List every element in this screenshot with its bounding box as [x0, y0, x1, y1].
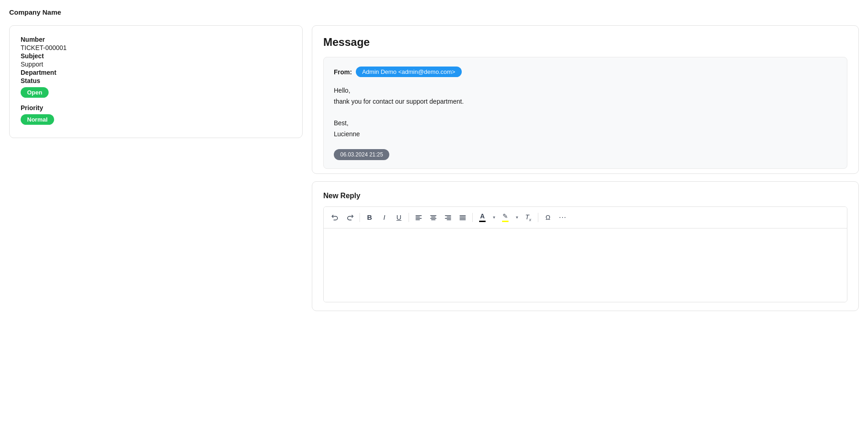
message-body: Hello, thank you for contact our support… — [334, 85, 837, 140]
body-line4: Lucienne — [334, 130, 360, 138]
subject-value: Support — [21, 61, 291, 68]
body-line1: Hello, — [334, 87, 350, 94]
font-color-chevron: ▾ — [493, 215, 495, 220]
message-section: Message From: Admin Demo <admin@demo.com… — [312, 25, 859, 174]
divider-1 — [359, 213, 360, 222]
highlight-chevron: ▾ — [516, 215, 518, 220]
redo-button[interactable] — [343, 211, 357, 224]
subject-label: Subject — [21, 52, 291, 60]
special-chars-button[interactable]: Ω — [541, 211, 555, 224]
underline-button[interactable]: U — [392, 211, 406, 224]
font-color-arrow-button[interactable]: ▾ — [490, 211, 498, 224]
font-color-swatch — [479, 221, 486, 222]
number-label: Number — [21, 36, 291, 43]
from-label: From: — [334, 68, 352, 76]
divider-2 — [409, 213, 409, 222]
bold-button[interactable]: B — [363, 211, 376, 224]
department-label: Department — [21, 69, 291, 76]
font-color-icon: A — [480, 213, 485, 219]
message-card: From: Admin Demo <admin@demo.com> Hello,… — [323, 57, 847, 169]
company-name: Company Name — [9, 8, 61, 16]
timestamp-badge: 06.03.2024 21:25 — [334, 149, 389, 160]
more-icon: ··· — [559, 213, 566, 222]
right-panel: Message From: Admin Demo <admin@demo.com… — [312, 25, 859, 311]
clear-format-button[interactable]: Tx — [521, 211, 535, 224]
status-section: Status Open — [21, 77, 291, 98]
from-value: Admin Demo <admin@demo.com> — [356, 67, 462, 77]
divider-3 — [472, 213, 473, 222]
highlight-swatch — [502, 221, 509, 222]
left-panel: Number TICKET-000001 Subject Support Dep… — [9, 25, 303, 138]
number-section: Number TICKET-000001 — [21, 36, 291, 51]
status-badge: Open — [21, 87, 49, 98]
body-line3: Best, — [334, 119, 348, 127]
number-value: TICKET-000001 — [21, 44, 291, 51]
more-options-button[interactable]: ··· — [556, 211, 569, 224]
department-section: Department — [21, 69, 291, 76]
reply-section: New Reply — [312, 181, 859, 311]
divider-4 — [538, 213, 538, 222]
undo-button[interactable] — [328, 211, 342, 224]
italic-button[interactable]: I — [377, 211, 391, 224]
editor-container: B I U — [323, 206, 847, 302]
priority-label: Priority — [21, 104, 291, 111]
editor-toolbar: B I U — [324, 207, 847, 228]
clear-format-icon: Tx — [525, 213, 531, 222]
priority-badge: Normal — [21, 114, 54, 125]
from-row: From: Admin Demo <admin@demo.com> — [334, 67, 837, 77]
font-color-button[interactable]: A — [475, 211, 489, 224]
priority-section: Priority Normal — [21, 104, 291, 125]
align-center-button[interactable] — [426, 211, 440, 224]
page-header: Company Name — [0, 0, 868, 21]
subject-section: Subject Support — [21, 52, 291, 68]
main-layout: Number TICKET-000001 Subject Support Dep… — [0, 21, 868, 320]
body-line2: thank you for contact our support depart… — [334, 98, 464, 105]
justify-button[interactable] — [456, 211, 470, 224]
status-label: Status — [21, 77, 291, 84]
align-right-button[interactable] — [441, 211, 455, 224]
highlight-arrow-button[interactable]: ▾ — [513, 211, 520, 224]
highlight-button[interactable]: ✎ — [498, 211, 512, 224]
editor-body[interactable] — [324, 228, 847, 302]
special-chars-icon: Ω — [546, 214, 550, 221]
highlight-icon: ✎ — [503, 213, 508, 219]
align-left-button[interactable] — [412, 211, 426, 224]
reply-title: New Reply — [323, 192, 847, 200]
message-title: Message — [323, 36, 847, 49]
